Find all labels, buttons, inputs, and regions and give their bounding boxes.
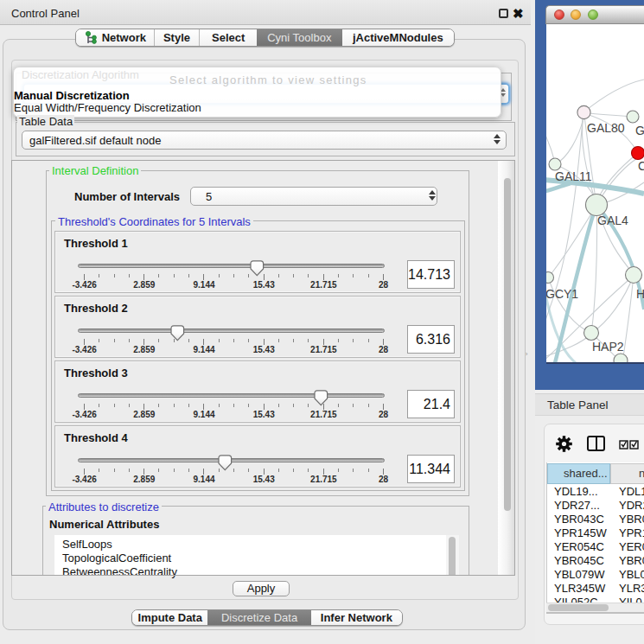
- svg-text:GAL11: GAL11: [555, 169, 592, 183]
- svg-text:GCY1: GCY1: [546, 287, 578, 301]
- svg-text:C: C: [638, 159, 644, 173]
- svg-text:GAL80: GAL80: [587, 121, 625, 135]
- svg-text:GAL4: GAL4: [597, 214, 628, 227]
- svg-text:GA: GA: [635, 124, 644, 137]
- svg-text:H: H: [636, 287, 644, 301]
- svg-text:HAP2: HAP2: [592, 340, 624, 354]
